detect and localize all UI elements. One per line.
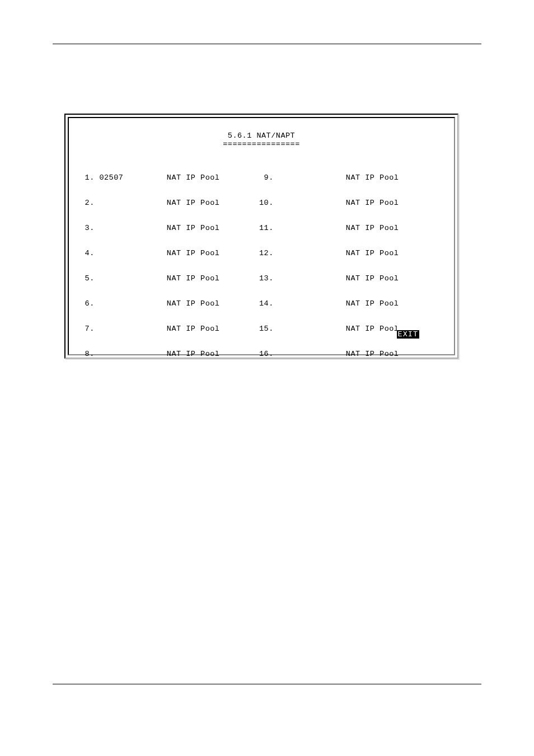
- menu-item[interactable]: 6. NAT IP Pool: [80, 299, 259, 308]
- menu-item-type: NAT IP Pool: [167, 274, 220, 283]
- menu-item-type: NAT IP Pool: [167, 299, 220, 308]
- menu-item-type: NAT IP Pool: [167, 350, 220, 358]
- menu-item-type: NAT IP Pool: [346, 199, 399, 207]
- menu-item-type: NAT IP Pool: [346, 299, 399, 308]
- menu-item[interactable]: 4. NAT IP Pool: [80, 249, 259, 257]
- menu-item-name: [278, 274, 341, 283]
- menu-item-type: NAT IP Pool: [167, 173, 220, 182]
- menu-item-num: 16.: [259, 350, 274, 358]
- menu-item-num: 13.: [259, 274, 274, 283]
- menu-item-name: [278, 199, 341, 207]
- menu-item-name: [278, 325, 341, 333]
- page-rule-top: [53, 44, 481, 44]
- menu-item-num: 8.: [80, 350, 95, 358]
- menu-item-name: [99, 224, 162, 232]
- menu-item-name: [278, 224, 341, 232]
- menu-item-name: [99, 274, 162, 283]
- menu-item-type: NAT IP Pool: [346, 274, 399, 283]
- terminal-content: 5.6.1 NAT/NAPT ================ 1. 02507…: [68, 117, 455, 355]
- menu-item-name: [99, 299, 162, 308]
- menu-item-type: NAT IP Pool: [346, 350, 399, 358]
- menu-item-num: 5.: [80, 274, 95, 283]
- menu-item-name: [99, 249, 162, 257]
- menu-item-num: 11.: [259, 224, 274, 232]
- menu-item-name: [278, 299, 341, 308]
- menu-item[interactable]: 16. NAT IP Pool: [259, 350, 433, 358]
- menu-item-num: 10.: [259, 199, 274, 207]
- menu-item[interactable]: 9. NAT IP Pool: [259, 173, 433, 182]
- menu-item-type: NAT IP Pool: [167, 199, 220, 207]
- menu-item-type: NAT IP Pool: [346, 173, 399, 182]
- menu-item-type: NAT IP Pool: [167, 224, 220, 232]
- menu-item[interactable]: 13. NAT IP Pool: [259, 274, 433, 283]
- menu-item-num: 15.: [259, 325, 274, 333]
- menu-item-name: [99, 325, 162, 333]
- menu-item-num: 14.: [259, 299, 274, 308]
- menu-item-num: 12.: [259, 249, 274, 257]
- menu-item-num: 2.: [80, 199, 95, 207]
- menu-item[interactable]: 8. NAT IP Pool: [80, 350, 259, 358]
- menu-item[interactable]: 5. NAT IP Pool: [80, 274, 259, 283]
- menu-item-type: NAT IP Pool: [167, 325, 220, 333]
- menu-item-name: [278, 173, 341, 182]
- menu-item-type: NAT IP Pool: [346, 224, 399, 232]
- menu-item-name: [278, 350, 341, 358]
- menu-item-num: 4.: [80, 249, 95, 257]
- menu-columns: 1. 02507 NAT IP Pool 2. NAT IP Pool 3. N…: [78, 157, 445, 375]
- menu-item[interactable]: 11. NAT IP Pool: [259, 224, 433, 232]
- menu-item[interactable]: 3. NAT IP Pool: [80, 224, 259, 232]
- menu-item-name: [278, 249, 341, 257]
- menu-item-type: NAT IP Pool: [346, 249, 399, 257]
- menu-item-num: 6.: [80, 299, 95, 308]
- menu-item-num: 1.: [80, 173, 95, 182]
- menu-item[interactable]: 10. NAT IP Pool: [259, 199, 433, 207]
- menu-item[interactable]: 1. 02507 NAT IP Pool: [80, 173, 259, 182]
- screen-title-underline: ================: [78, 140, 445, 148]
- screen-title: 5.6.1 NAT/NAPT: [78, 132, 445, 140]
- menu-column-left: 1. 02507 NAT IP Pool 2. NAT IP Pool 3. N…: [80, 157, 259, 375]
- menu-item-name: 02507: [99, 173, 162, 182]
- menu-item-num: 7.: [80, 325, 95, 333]
- menu-column-right: 9. NAT IP Pool 10. NAT IP Pool 11. NAT I…: [259, 157, 433, 375]
- menu-item[interactable]: 12. NAT IP Pool: [259, 249, 433, 257]
- menu-item-name: [99, 199, 162, 207]
- menu-item-type: NAT IP Pool: [167, 249, 220, 257]
- terminal-window: 5.6.1 NAT/NAPT ================ 1. 02507…: [64, 114, 458, 359]
- menu-item[interactable]: 2. NAT IP Pool: [80, 199, 259, 207]
- menu-item[interactable]: 7. NAT IP Pool: [80, 325, 259, 333]
- page-rule-bottom: [53, 684, 481, 684]
- menu-item-num: 9.: [259, 173, 274, 182]
- menu-item-num: 3.: [80, 224, 95, 232]
- menu-item[interactable]: 14. NAT IP Pool: [259, 299, 433, 308]
- exit-button[interactable]: EXIT: [397, 330, 419, 339]
- menu-item-type: NAT IP Pool: [346, 325, 399, 333]
- menu-item-name: [99, 350, 162, 358]
